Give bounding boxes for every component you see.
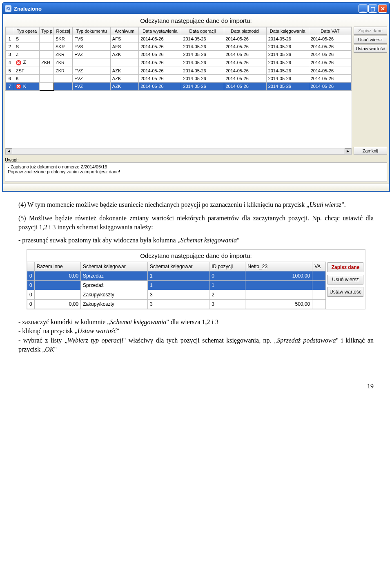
minimize-button[interactable]: _ (359, 4, 368, 13)
set-value-button[interactable]: Ustaw wartość (327, 287, 363, 297)
maximize-button[interactable]: ▢ (368, 4, 377, 13)
notes-line: - Zapisano już dokument o numerze Z/2014… (8, 164, 384, 169)
horizontal-scrollbar[interactable]: ◄ ► (5, 148, 352, 155)
column-header[interactable]: Typ p (40, 27, 54, 35)
save-data-button[interactable]: Zapisz dane (327, 262, 363, 272)
column-header[interactable]: Typ opera (14, 27, 39, 35)
column-header[interactable]: Netto_23 (245, 262, 312, 271)
delete-row-button[interactable]: Usuń wiersz (354, 36, 387, 44)
table-row[interactable]: 4✖ ZZKRZKR2014-05-262014-05-262014-05-26… (6, 58, 352, 67)
column-header[interactable] (6, 27, 14, 35)
close-button[interactable]: ✕ (378, 4, 387, 13)
column-header[interactable]: Data płatności (224, 27, 266, 35)
scroll-right-arrow[interactable]: ► (345, 148, 351, 154)
delete-row-button[interactable]: Usuń wiersz (327, 275, 363, 284)
column-header[interactable]: Rodzaj (53, 27, 72, 35)
table-row[interactable]: 0Sprzedaż11 (27, 280, 326, 290)
xp-window: Znaleziono _ ▢ ✕ Odczytano następujące d… (2, 2, 390, 192)
document-text: - zaznaczyć komórki w kolumnie „Schemat … (2, 309, 390, 354)
table-row[interactable]: 2SSKRFVSAFS2014-05-262014-05-262014-05-2… (6, 43, 352, 51)
section-title: Odczytano następujące dane do importu: (27, 250, 365, 262)
column-header[interactable]: Typ dokumentu (73, 27, 111, 35)
set-value-button[interactable]: Ustaw wartość (354, 45, 387, 53)
notes-label: Uwagi: (5, 157, 387, 162)
column-header[interactable]: Schemat księgowar (147, 262, 209, 271)
column-header[interactable]: Data wystawienia (139, 27, 181, 35)
error-icon: ✖ (16, 84, 21, 89)
section-title: Odczytano następujące dane do importu: (5, 17, 387, 24)
close-dialog-button[interactable]: Zamknij (354, 147, 387, 155)
app-icon (5, 5, 11, 12)
second-grid-panel: Odczytano następujące dane do importu: R… (27, 249, 365, 309)
column-header[interactable]: Data VAT (309, 27, 351, 35)
column-header[interactable]: Data operacji (181, 27, 224, 35)
table-row[interactable]: 3ZZKRFVZAZK2014-05-262014-05-262014-05-2… (6, 51, 352, 58)
table-row[interactable]: 1SSKRFVSAFS2014-05-262014-05-262014-05-2… (6, 35, 352, 43)
window-title: Znaleziono (14, 6, 359, 12)
table-row[interactable]: 0Zakupy/koszty32 (27, 290, 326, 299)
table-row[interactable]: 00,00Sprzedaż101000,00 (27, 271, 326, 280)
error-icon: ✖ (16, 60, 21, 65)
column-header[interactable]: Razem inne (34, 262, 80, 271)
schema-grid[interactable]: Razem inneSchemat księgowarSchemat księg… (27, 262, 326, 309)
column-header[interactable]: VA (312, 262, 326, 271)
table-row[interactable]: 5ZSTZKRFVZAZK2014-05-262014-05-262014-05… (6, 67, 352, 74)
table-row[interactable]: 00,00Zakupy/koszty33500,00 (27, 299, 326, 309)
titlebar[interactable]: Znaleziono _ ▢ ✕ (3, 3, 389, 14)
table-row[interactable]: 7✖ KFVZAZK2014-05-262014-05-262014-05-26… (6, 82, 352, 91)
column-header[interactable]: Archiwum (110, 27, 138, 35)
page-number: 19 (2, 358, 390, 394)
document-text: (4) W tym momencie możliwe będzie usunie… (2, 192, 390, 245)
notes-line: Popraw znalezione problemy zanim zaimpor… (8, 169, 384, 174)
scroll-left-arrow[interactable]: ◄ (6, 148, 12, 154)
import-grid[interactable]: Typ operaTyp pRodzajTyp dokumentuArchiwu… (5, 27, 352, 91)
notes-box: - Zapisano już dokument o numerze Z/2014… (5, 162, 387, 182)
column-header[interactable]: ID pozycji (209, 262, 245, 271)
column-header[interactable]: Data księgowania (266, 27, 309, 35)
column-header[interactable]: Schemat księgowar (81, 262, 148, 271)
save-data-button[interactable]: Zapisz dane (354, 27, 387, 35)
statusbar (3, 184, 389, 191)
table-row[interactable]: 6KFVZAZK2014-05-262014-05-262014-05-2620… (6, 74, 352, 82)
